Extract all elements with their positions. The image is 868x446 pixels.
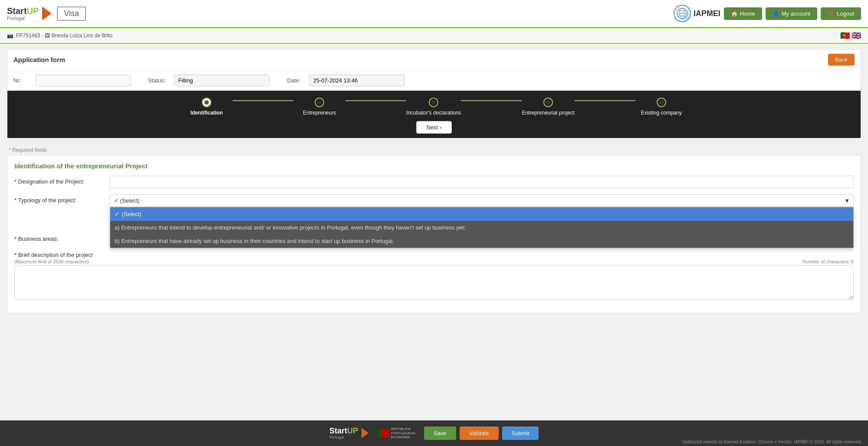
step-incubator: Incubator's declarations: [406, 98, 461, 116]
step-4-label: Entrepreneurial project: [522, 110, 574, 116]
step-1-label: Identification: [191, 110, 223, 116]
designation-label: * Designation of the Project:: [14, 176, 110, 185]
step-line-4: [575, 100, 635, 101]
designation-row: * Designation of the Project:: [14, 176, 854, 188]
form-box-header: Application form Back: [7, 49, 861, 70]
logout-button[interactable]: 🚪 Logout: [821, 7, 861, 20]
section-title: Identification of the entrepreneurial Pr…: [14, 162, 854, 170]
step-1-circle: [202, 98, 211, 107]
next-button[interactable]: Next ›: [416, 121, 451, 134]
required-note: * Required fields: [7, 144, 861, 155]
user-info: 📷 FP751463 - 🖼 Brenda Luiza Lins de Brit…: [7, 33, 112, 39]
brief-description-textarea[interactable]: [14, 265, 854, 300]
business-areas-label: * Business areas:: [14, 233, 110, 242]
step-2-group: Entrepreneurs: [293, 98, 406, 116]
my-account-button[interactable]: 👤 My account: [766, 7, 817, 20]
step-5-dot: [659, 100, 664, 105]
status-input: [174, 75, 270, 86]
brief-description-row: * Brief description of the project (Maxi…: [14, 252, 854, 300]
logo-arrow: [42, 7, 52, 20]
typology-display[interactable]: ✓ (Select) ▼: [110, 194, 854, 207]
brief-description-label: * Brief description of the project: [14, 252, 93, 258]
typology-option-select[interactable]: ✓ (Select): [110, 207, 853, 221]
typology-option-b[interactable]: b) Entrepreneurs that have already set u…: [110, 234, 853, 248]
application-form-box: Application form Back Nr: Status: Date:: [7, 49, 861, 138]
typology-field: ✓ (Select) ▼ ✓ (Select) a) Entrepreneurs…: [110, 194, 854, 207]
typology-option-a[interactable]: a) Entrepreneurs that intend to develop …: [110, 221, 853, 234]
wizard-next: Next ›: [7, 121, 861, 134]
startup-logo: StartUP Portugal: [7, 6, 52, 21]
iapmei-label: IAPMEI: [694, 9, 720, 18]
account-icon: 👤: [773, 10, 779, 17]
typology-row: * Typology of the project: ✓ (Select) ▼ …: [14, 194, 854, 207]
iapmei-circle-icon: [674, 5, 691, 22]
char-count-label: Number of characters: 0: [802, 259, 854, 264]
iapmei-logo: IAPMEI: [674, 5, 720, 22]
step-entrepreneurial-project: Entrepreneurial project: [522, 98, 574, 116]
header-right: IAPMEI 🏠 Home 👤 My account 🚪 Logout: [674, 5, 861, 22]
home-button[interactable]: 🏠 Home: [724, 7, 762, 20]
header-left: StartUP Portugal Visa: [7, 6, 86, 21]
step-4-dot: [546, 100, 550, 105]
step-4-group: Entrepreneurial project: [522, 98, 635, 116]
step-identification: Identification: [181, 98, 233, 116]
language-flags: 🇵🇹 🇬🇧: [840, 31, 861, 40]
step-2-circle: [315, 98, 324, 107]
logout-icon: 🚪: [828, 10, 835, 17]
typology-dropdown[interactable]: ✓ (Select) ▼ ✓ (Select) a) Entrepreneurs…: [110, 194, 854, 207]
step-1-dot: [204, 100, 209, 105]
home-icon: 🏠: [731, 10, 738, 17]
wizard-steps: Identification Entrepreneurs: [7, 98, 861, 116]
iapmei-globe-icon: [676, 7, 688, 20]
wizard: Identification Entrepreneurs: [7, 91, 861, 138]
flag-uk-icon[interactable]: 🇬🇧: [852, 31, 861, 40]
step-5-circle: [657, 98, 666, 107]
step-5-label: Existing company: [641, 110, 682, 116]
step-5-group: Existing company: [635, 98, 687, 116]
visa-badge: Visa: [57, 7, 86, 21]
step-2-dot: [317, 100, 322, 105]
step-line-2: [345, 100, 406, 101]
step-3-circle: [429, 98, 438, 107]
flag-portugal-icon[interactable]: 🇵🇹: [840, 31, 850, 40]
step-3-group: Incubator's declarations: [406, 98, 522, 116]
step-entrepreneurs: Entrepreneurs: [293, 98, 345, 116]
section-box: Identification of the entrepreneurial Pr…: [7, 155, 861, 313]
next-chevron-icon: ›: [440, 124, 441, 131]
nr-input[interactable]: [35, 75, 131, 86]
chevron-down-icon: ▼: [844, 197, 850, 204]
logo-start: StartUP: [7, 6, 39, 16]
step-1-group: Identification: [181, 98, 293, 116]
designation-field: [110, 176, 854, 188]
camera-icon: 📷: [7, 33, 13, 39]
typology-label: * Typology of the project:: [14, 194, 110, 203]
checkmark-icon: ✓: [115, 211, 119, 217]
char-limit-label: (Maximum limit of 2500 characters): [14, 259, 89, 264]
form-meta-row: Nr: Status: Date:: [7, 70, 861, 91]
date-input: [309, 75, 405, 86]
step-3-dot: [431, 100, 436, 105]
main-content: Application form Back Nr: Status: Date:: [0, 44, 868, 325]
designation-input[interactable]: [110, 176, 854, 188]
form-title: Application form: [13, 56, 65, 63]
subheader: 📷 FP751463 - 🖼 Brenda Luiza Lins de Brit…: [0, 28, 868, 44]
back-button[interactable]: Back: [828, 54, 855, 66]
typology-selected-value: ✓ (Select): [114, 197, 139, 204]
step-4-circle: [543, 98, 553, 107]
step-2-label: Entrepreneurs: [303, 110, 336, 116]
step-3-label: Incubator's declarations: [406, 110, 461, 116]
step-existing-company: Existing company: [635, 98, 687, 116]
logo-sub: Portugal: [7, 16, 39, 21]
nr-label: Nr:: [13, 77, 26, 84]
date-label: Date:: [287, 77, 300, 84]
header: StartUP Portugal Visa IAPMEI 🏠: [0, 0, 868, 28]
typology-dropdown-list: ✓ (Select) a) Entrepreneurs that intend …: [110, 207, 854, 248]
step-line-1: [233, 100, 293, 101]
step-line-3: [461, 100, 522, 101]
status-label: Status:: [148, 77, 165, 84]
